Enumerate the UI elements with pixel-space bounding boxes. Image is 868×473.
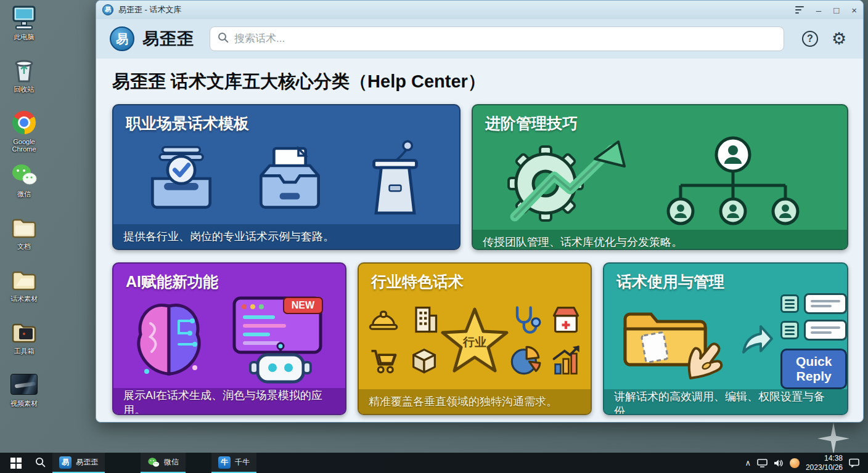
desktop-icon-label: 文档 — [17, 243, 31, 250]
page-title: 易歪歪 话术文库五大核心分类（Help Center） — [112, 70, 848, 94]
taskbar-app-label: 微信 — [164, 457, 179, 467]
folder-icon — [10, 213, 38, 241]
desktop-icon-label: 工具箱 — [14, 347, 35, 355]
desktop-icon-label: 话术素材 — [10, 295, 38, 302]
shopping-cart-icon — [367, 344, 399, 379]
folder-icon — [10, 265, 38, 294]
taskbar-app-qianniu[interactable]: 牛 千牛 — [211, 453, 256, 473]
card-title: 话术使用与管理 — [604, 264, 847, 293]
taskbar-search-button[interactable] — [28, 453, 52, 473]
display-tray-icon[interactable] — [757, 459, 768, 467]
package-box-icon — [408, 344, 440, 379]
desktop-icon-folder-scripts[interactable]: 话术素材 — [4, 265, 44, 315]
taskbar-app-wechat[interactable]: 微信 — [141, 453, 186, 473]
tray-date: 2023/10/26 — [806, 463, 843, 472]
desktop-icon-folder-documents[interactable]: 文档 — [4, 213, 44, 262]
card-illustration — [473, 135, 847, 230]
desktop-icon-recycle-bin[interactable]: 回收站 — [4, 56, 44, 105]
ai-brain-icon — [126, 296, 212, 385]
card-caption: 讲解话术的高效调用、编辑、权限设置与备份。 — [604, 389, 847, 415]
card-illustration: Quick Reply — [604, 293, 847, 389]
desktop-icon-column: 此电脑 回收站 Google Chrome 微信 文档 — [4, 4, 44, 419]
folder-icon — [10, 318, 38, 346]
window-title: 易歪歪 - 话术文库 — [118, 4, 182, 15]
desktop-icon-folder-tools[interactable]: 工具箱 — [4, 318, 44, 367]
maximize-button[interactable]: □ — [833, 6, 839, 15]
desktop-icon-label: 回收站 — [14, 86, 35, 93]
card-title: AI赋能新功能 — [113, 264, 345, 293]
pharmacy-store-icon — [550, 304, 582, 338]
desktop-icon-this-pc[interactable]: 此电脑 — [4, 4, 44, 53]
bar-chart-icon — [550, 344, 582, 379]
desktop-icon-label: 微信 — [17, 190, 31, 198]
search-icon — [218, 32, 229, 46]
minimize-button[interactable]: – — [816, 6, 821, 15]
taskbar: 易 易歪歪 微信 牛 千牛 ∧ 14:38 2023/10/26 — [0, 453, 868, 473]
quick-reply-button[interactable]: Quick Reply — [780, 349, 847, 389]
desktop-icon-chrome[interactable]: Google Chrome — [4, 108, 44, 158]
desktop-icon-wechat[interactable]: 微信 — [4, 161, 44, 210]
app-header: 易 易歪歪 ? ⚙ — [96, 19, 863, 59]
gear-growth-icon — [497, 138, 639, 227]
reply-preview — [804, 320, 847, 341]
media-file-icon — [10, 370, 38, 398]
search-icon — [35, 457, 46, 469]
sparkle-decoration — [817, 422, 850, 455]
card-ai-features[interactable]: AI赋能新功能 — [112, 262, 346, 415]
help-button[interactable]: ? — [800, 28, 821, 49]
tray-app-icon[interactable] — [790, 458, 800, 468]
new-badge: NEW — [283, 297, 323, 314]
reply-preview — [804, 293, 847, 314]
taskbar-app-label: 易歪歪 — [76, 457, 98, 467]
card-title: 进阶管理技巧 — [473, 105, 847, 135]
list-icon — [780, 321, 799, 339]
tray-time: 14:38 — [806, 454, 843, 463]
wechat-app-icon — [147, 456, 160, 469]
volume-icon[interactable] — [774, 459, 784, 467]
taskbar-app-label: 千牛 — [235, 457, 250, 467]
taskbar-app-yiwaiwai[interactable]: 易 易歪歪 — [52, 453, 105, 473]
app-icon: 易 — [102, 4, 113, 15]
card-usage-management[interactable]: 话术使用与管理 — [603, 262, 848, 415]
tray-clock[interactable]: 14:38 2023/10/26 — [806, 454, 843, 472]
settings-button[interactable]: ⚙ — [829, 28, 850, 49]
main-content: 易歪歪 话术文库五大核心分类（Help Center） 职业场景话术模板 提供各… — [96, 59, 863, 422]
hard-hat-icon — [367, 304, 399, 338]
desktop-icon-label: Google Chrome — [4, 138, 44, 153]
card-title: 职业场景话术模板 — [113, 105, 459, 135]
card-title: 行业特色话术 — [359, 264, 591, 293]
chevron-up-icon[interactable]: ∧ — [745, 458, 751, 467]
qianniu-app-icon: 牛 — [218, 456, 231, 469]
close-button[interactable]: × — [851, 6, 857, 15]
search-input[interactable] — [234, 33, 776, 45]
org-chart-icon — [644, 135, 822, 230]
industry-star-label: 行业 — [440, 334, 509, 350]
industry-star: 行业 — [440, 307, 509, 376]
card-illustration: 行业 — [359, 293, 591, 389]
window-titlebar: 易 易歪歪 - 话术文库 – □ × — [96, 1, 863, 19]
start-button[interactable] — [4, 453, 28, 473]
card-professional-templates[interactable]: 职业场景话术模板 提供各行业、岗位的专业话术示例与套路。 — [112, 104, 461, 250]
app-window: 易 易歪歪 - 话术文库 – □ × 易 易歪歪 ? ⚙ 易歪歪 话术文库五大核… — [96, 0, 864, 422]
quick-reply-row — [780, 293, 847, 314]
card-caption: 展示AI在话术生成、润色与场景模拟的应用。 — [113, 388, 345, 415]
ai-robot-icon: NEW — [228, 293, 333, 388]
card-caption: 精准覆盖各垂直领域的独特沟通需求。 — [359, 389, 591, 414]
document-tray-icon — [252, 144, 327, 216]
card-management-skills[interactable]: 进阶管理技巧 — [472, 104, 848, 250]
folder-hand-icon — [616, 297, 734, 386]
notifications-icon[interactable] — [849, 458, 859, 467]
app-logo: 易 — [110, 26, 134, 51]
gear-icon: ⚙ — [832, 29, 846, 49]
card-industry-scripts[interactable]: 行业特色话术 — [358, 262, 592, 415]
sort-menu-icon[interactable] — [795, 6, 804, 14]
pie-chart-icon — [509, 344, 541, 379]
desktop-icon-media-file[interactable]: 视频素材 — [4, 370, 44, 419]
yiwaiwai-app-icon: 易 — [59, 456, 72, 469]
search-box[interactable] — [210, 26, 784, 51]
card-illustration — [113, 135, 459, 224]
system-tray: ∧ 14:38 2023/10/26 — [745, 453, 864, 473]
desktop-icon-label: 此电脑 — [14, 33, 35, 41]
quick-reply-row — [780, 320, 847, 341]
podium-icon — [362, 140, 428, 220]
